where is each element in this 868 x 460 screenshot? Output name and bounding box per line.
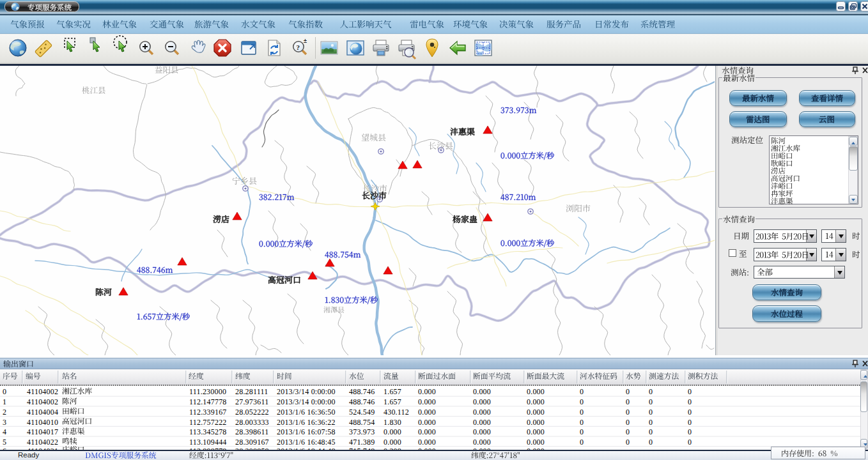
svg-text:±: ± — [304, 38, 307, 44]
svg-text:?: ? — [297, 43, 300, 51]
